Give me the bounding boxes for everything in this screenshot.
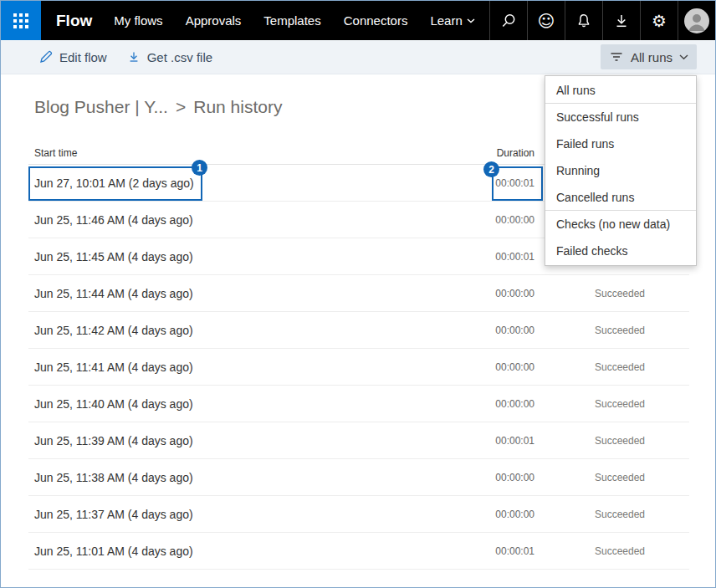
menu-item[interactable]: Failed runs [545,130,696,157]
nav-my-flows[interactable]: My flows [114,13,162,28]
run-duration: 00:00:00 [409,361,534,373]
nav-learn[interactable]: Learn [430,13,474,28]
breadcrumb-separator: > [176,97,186,116]
menu-item[interactable]: All runs [545,77,696,104]
table-row[interactable]: Jun 25, 11:01 AM (4 days ago) 00:00:01 S… [28,533,689,570]
edit-flow-button[interactable]: Edit flow [39,50,107,64]
download-app-button[interactable] [602,1,640,40]
table-row[interactable]: Jun 25, 11:42 AM (4 days ago) 00:00:00 S… [28,312,689,349]
nav-connectors[interactable]: Connectors [344,13,408,28]
run-start-time: Jun 25, 11:41 AM (4 days ago) [28,360,409,374]
search-icon [500,13,517,29]
page-title: Run history [193,97,282,116]
table-row[interactable]: Jun 25, 11:38 AM (4 days ago) 00:00:00 S… [28,459,689,496]
nav-learn-label: Learn [430,13,462,28]
run-start-time: Jun 25, 11:45 AM (4 days ago) [28,250,409,263]
person-icon [684,8,709,33]
bell-icon [575,13,592,29]
run-filter-menu: All runs Successful runs Failed runs Run… [545,75,697,266]
run-start-time: Jun 25, 11:46 AM (4 days ago) [28,213,409,227]
run-duration: 00:00:00 [409,325,534,336]
menu-item[interactable]: Failed checks [545,238,696,264]
run-filter-button[interactable]: All runs [601,44,697,69]
menu-item[interactable]: Running [545,157,696,184]
run-duration: 00:00:00 [409,214,534,226]
run-duration: 00:00:00 [409,398,534,410]
smiley-icon: ☺ [538,13,555,29]
download-icon [613,13,630,29]
csv-download-icon [127,50,141,64]
run-duration: 00:00:00 [409,472,534,483]
account-button[interactable] [678,1,715,40]
gear-icon: ⚙ [652,13,667,29]
topnav-icon-group: ☺ ⚙ [489,1,715,40]
command-toolbar: Edit flow Get .csv file All runs [1,40,715,74]
run-start-time: Jun 25, 11:44 AM (4 days ago) [28,287,409,300]
chevron-down-icon [679,54,688,60]
column-start-time: Start time [28,147,409,159]
menu-item[interactable]: Successful runs [545,104,696,130]
nav-templates[interactable]: Templates [263,13,320,28]
run-start-time: Jun 25, 11:01 AM (4 days ago) [28,545,409,558]
feedback-button[interactable]: ☺ [527,1,565,40]
table-row[interactable]: Jun 25, 11:37 AM (4 days ago) 00:00:00 S… [28,496,689,533]
brand-logo[interactable]: Flow [56,12,92,30]
run-start-time: Jun 25, 11:39 AM (4 days ago) [28,434,409,447]
run-start-time: Jun 25, 11:42 AM (4 days ago) [28,324,409,337]
breadcrumb-flow-name[interactable]: Blog Pusher | Y... [34,97,168,116]
nav-approvals[interactable]: Approvals [186,13,242,28]
table-row[interactable]: Jun 25, 11:41 AM (4 days ago) 00:00:00 S… [28,349,689,386]
primary-nav: My flows Approvals Templates Connectors … [114,13,475,28]
annotation-badge-2: 2 [483,161,499,177]
table-row[interactable]: Jun 25, 11:39 AM (4 days ago) 00:00:01 S… [28,422,689,459]
run-status: Succeeded [534,325,689,336]
flow-app-window: Flow My flows Approvals Templates Connec… [0,0,716,588]
run-status: Succeeded [534,361,689,373]
run-start-time: Jun 25, 11:37 AM (4 days ago) [28,508,409,521]
run-start-time: Jun 25, 11:38 AM (4 days ago) [28,471,409,484]
run-start-time: Jun 25, 11:40 AM (4 days ago) [28,397,409,411]
search-button[interactable] [489,1,527,40]
run-duration: 00:00:01 [409,177,534,189]
avatar [684,8,709,33]
run-duration: 00:00:01 [409,435,534,447]
menu-item[interactable]: Cancelled runs [545,184,696,211]
table-row[interactable]: Jun 25, 11:40 AM (4 days ago) 00:00:00 S… [28,386,689,422]
table-row[interactable]: Jun 25, 11:44 AM (4 days ago) 00:00:00 S… [28,275,689,312]
annotation-badge-1: 1 [192,160,207,176]
app-launcher-button[interactable] [1,1,41,40]
run-status: Succeeded [534,288,689,299]
get-csv-label: Get .csv file [147,50,212,64]
run-duration: 00:00:01 [409,545,534,557]
run-duration: 00:00:00 [409,509,534,520]
column-duration: Duration [409,147,534,159]
run-start-time: Jun 27, 10:01 AM (2 days ago) [28,176,409,190]
chevron-down-icon [467,18,475,23]
breadcrumb: Blog Pusher | Y...>Run history [34,97,282,117]
notifications-button[interactable] [565,1,602,40]
get-csv-button[interactable]: Get .csv file [127,50,212,64]
edit-flow-label: Edit flow [59,50,107,64]
filter-icon [609,50,624,64]
run-duration: 00:00:01 [409,251,534,263]
run-duration: 00:00:00 [409,288,534,299]
run-status: Succeeded [534,398,689,410]
pencil-icon [39,50,53,64]
run-filter-label: All runs [631,50,673,64]
run-status: Succeeded [534,472,689,483]
run-status: Succeeded [534,435,689,447]
run-status: Succeeded [534,545,689,557]
run-status: Succeeded [534,509,689,520]
settings-button[interactable]: ⚙ [640,1,678,40]
waffle-icon [13,13,28,28]
menu-item[interactable]: Checks (no new data) [545,211,696,238]
top-navigation-bar: Flow My flows Approvals Templates Connec… [1,1,715,40]
